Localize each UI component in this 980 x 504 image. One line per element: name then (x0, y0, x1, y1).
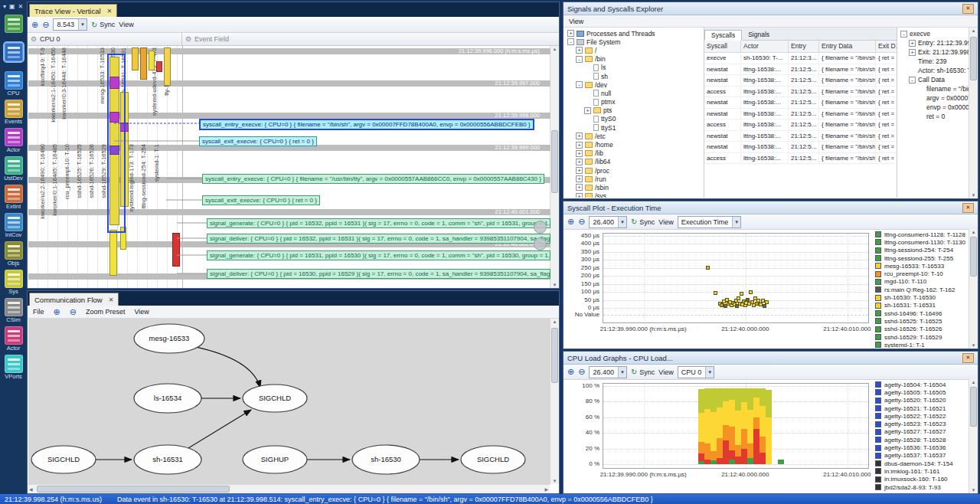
view-menu[interactable]: View (658, 368, 673, 376)
sidebar-item-sys[interactable]: Sys (2, 270, 25, 295)
tab-communication-flow[interactable]: Communication Flow ✕ (29, 293, 119, 306)
close-panel-icon[interactable]: ✕ (962, 353, 974, 363)
legend-item[interactable]: agetty-16536: T-16536 (875, 443, 969, 451)
sidebar-item-actor[interactable]: Actor (2, 128, 25, 153)
legend-item[interactable]: sh-16531: T-16531 (875, 302, 969, 309)
cpu-legend-vscroll[interactable]: ▲ ▼ (969, 379, 978, 493)
gear-icon[interactable]: ⚙ (31, 35, 37, 43)
legend-item[interactable]: agetty-16505: T-16505 (875, 388, 969, 396)
sidebar-item-cpu[interactable]: CPU (2, 71, 25, 97)
flow-node[interactable]: SIGCHLD (31, 446, 96, 473)
view-menu[interactable]: View (658, 218, 673, 226)
zoom-level-combo[interactable]: 8.543 ▼ (53, 18, 87, 31)
event-annotation[interactable]: syscall_exit_execve: { CPU=0 } { ret = 0… (199, 136, 317, 146)
plot-legend-vscroll[interactable]: ▲ ▼ (969, 229, 978, 349)
sidebar-item-intcov[interactable]: IntCov (2, 213, 25, 238)
view-menu[interactable]: View (119, 21, 133, 28)
flow-node[interactable]: SIGCHLD (243, 385, 307, 412)
expander-icon[interactable]: + (909, 40, 916, 47)
sidebar-item-event-log[interactable]: Events (2, 100, 25, 125)
tree-item[interactable]: +ptmx (564, 98, 704, 106)
zoom-out-icon[interactable]: ⊖ (578, 368, 585, 376)
tree-item[interactable]: +Processes and Threads (564, 29, 704, 38)
tree-item[interactable]: +/run (564, 175, 704, 183)
zoom-level-combo[interactable]: 26.400 ▼ (589, 216, 626, 228)
scatter-point[interactable] (749, 290, 753, 294)
sidebar-item-dashboard[interactable] (2, 15, 25, 40)
tree-item[interactable]: -Call Data (897, 75, 977, 84)
zoom-in-icon[interactable]: ⊕ (31, 21, 38, 29)
scatter-point[interactable] (765, 300, 769, 304)
tree-item[interactable]: +filename = "/bin... (897, 84, 977, 93)
column-header[interactable]: Entry Data (819, 41, 876, 52)
event-annotation[interactable]: signal_deliver: { CPU=0 } { pid = 16532,… (207, 234, 550, 244)
legend-item[interactable]: in:imuxsock-160: T-160 (875, 476, 969, 483)
tree-item[interactable]: +envp = 0x00005... (897, 103, 977, 112)
tree-item[interactable]: +/proc (564, 166, 704, 175)
dock-menu-icon[interactable]: ▾ (3, 3, 6, 10)
tree-item[interactable]: +/sys (564, 192, 704, 198)
legend-item[interactable]: systemd-1: T-1 (875, 341, 969, 348)
trace-vscroll[interactable]: ▲ ▼ (550, 46, 559, 288)
expander-icon[interactable]: - (909, 77, 916, 83)
table-row[interactable]: newstatlttng-16538:...21:12:5...{ filena… (704, 97, 897, 109)
column-header[interactable]: Actor (741, 41, 789, 52)
legend-item[interactable]: sshd-16496: T-16496 (875, 309, 969, 317)
flow-vscroll[interactable]: ▲ ▼ (550, 319, 559, 484)
flow-node[interactable]: SIGHUP (243, 446, 307, 473)
table-row[interactable]: newstatlttng-16538:...21:12:5...{ filena… (704, 131, 897, 142)
tree-item[interactable]: +/ (564, 46, 704, 54)
zoom-out-icon[interactable]: ⊖ (42, 21, 49, 29)
close-panel-icon[interactable]: ✕ (962, 203, 974, 213)
overlay-nav-up-button[interactable] (534, 221, 547, 234)
explorer-vscroll[interactable]: ▲ ▼ (969, 28, 978, 198)
zoom-in-icon[interactable]: ⊕ (54, 308, 60, 316)
cpu-column-header[interactable]: ⚙ CPU 0 (28, 33, 182, 45)
scatter-point[interactable] (746, 298, 750, 302)
scatter-point[interactable] (706, 266, 710, 270)
tree-item[interactable]: +/sbin (564, 183, 704, 191)
pin-icon[interactable]: ▣ (9, 3, 15, 10)
flow-hscroll[interactable]: ◀ ▶ (28, 484, 550, 493)
legend-item[interactable]: sh-16530: T-16530 (875, 293, 969, 301)
sidebar-item-ustdev[interactable]: UstDev (2, 156, 25, 182)
tree-item[interactable]: +sh (564, 72, 704, 80)
legend-item[interactable]: jbd2/sda2-8-93: T-93 (875, 483, 969, 491)
expander-icon[interactable]: - (576, 81, 583, 88)
event-annotation[interactable]: signal_generate: { CPU=0 } { pid = 16531… (207, 250, 550, 260)
zoom-out-icon[interactable]: ⊖ (578, 218, 585, 226)
legend-item[interactable]: agetty-16523: T-16523 (875, 420, 969, 427)
overlay-nav-down-button[interactable] (534, 237, 547, 250)
tree-item[interactable]: -/dev (564, 80, 704, 89)
cpu-load-bar[interactable] (704, 388, 710, 464)
expander-icon[interactable]: + (576, 133, 583, 139)
flow-node[interactable]: ls-16534 (134, 384, 201, 413)
expander-icon[interactable]: + (576, 142, 583, 149)
tree-item[interactable]: +Actor: sh-16530: T-1 (897, 66, 977, 75)
legend-item[interactable]: lttng-consumerd-1130: T-1130 (875, 238, 969, 246)
scatter-point[interactable] (737, 296, 740, 300)
close-tab-icon[interactable]: ✕ (107, 8, 113, 15)
expander-icon[interactable]: + (584, 107, 591, 114)
tree-item[interactable]: +Entry: 21:12:39.998 (897, 38, 977, 47)
flow-node[interactable]: mesg-16533 (134, 324, 204, 353)
expander-icon[interactable]: + (576, 193, 583, 198)
legend-item[interactable]: agetty-16528: T-16528 (875, 436, 969, 443)
gear-icon[interactable]: ⚙ (185, 35, 191, 43)
sync-button[interactable]: ↻ Sync (91, 21, 115, 29)
tree-item[interactable]: +/lib (564, 149, 704, 158)
tree-item[interactable]: -/bin (564, 55, 704, 64)
tab-syscalls[interactable]: Syscalls (704, 30, 742, 41)
flow-node[interactable]: sh-16531 (134, 445, 201, 474)
zoom-preset-menu[interactable]: Zoom Preset (86, 308, 126, 316)
event-field-column-header[interactable]: ⚙ Event Field (182, 33, 232, 45)
legend-item[interactable]: agetty-16520: T-16520 (875, 397, 969, 404)
scatter-point[interactable] (763, 304, 766, 308)
tree-item[interactable]: +ret = 0 (897, 112, 977, 121)
legend-item[interactable]: rcu_preempt-10: T-10 (875, 270, 969, 277)
tree-item[interactable]: +/etc (564, 132, 704, 140)
scatter-point[interactable] (761, 299, 765, 303)
sidebar-item-csim[interactable]: CSim (2, 298, 25, 323)
scatter-point[interactable] (759, 303, 763, 306)
legend-item[interactable]: dbus-daemon-154: T-154 (875, 460, 969, 467)
